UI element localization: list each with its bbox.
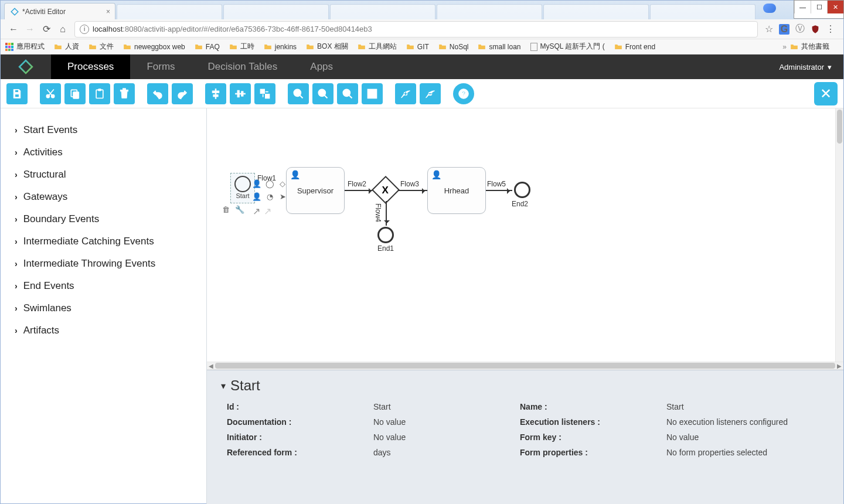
bookmark-item[interactable]: 文件: [89, 42, 114, 52]
translate-icon[interactable]: G: [779, 24, 789, 35]
horizontal-scrollbar[interactable]: ◀▶: [207, 362, 843, 370]
bookmark-item[interactable]: jenkins: [264, 43, 297, 51]
bookmark-item[interactable]: NoSql: [438, 43, 469, 51]
window-maximize-button[interactable]: ☐: [811, 1, 827, 13]
chrome-profile-icon[interactable]: [763, 4, 776, 13]
chrome-menu-icon[interactable]: ⋮: [826, 23, 835, 35]
svg-rect-17: [241, 91, 243, 96]
properties-title[interactable]: ▾ Start: [221, 377, 829, 394]
task-supervisor[interactable]: 👤 Supervisor: [286, 167, 345, 214]
property-value[interactable]: No form properties selected: [666, 448, 813, 457]
app-tab-decision-tables[interactable]: Decision Tables: [192, 55, 294, 79]
palette-group-boundary-events[interactable]: ›Boundary Events: [1, 208, 206, 230]
diagram-canvas[interactable]: Start 🗑 🔧 ↗↗ 👤 ◯ ◇ 👤 ◔ ➤ Flow1 👤: [207, 108, 843, 362]
browser-tab-active[interactable]: *Activiti Editor ×: [4, 3, 115, 19]
palette-group-gateways[interactable]: ›Gateways: [1, 186, 206, 208]
end-event-1[interactable]: [377, 227, 394, 243]
wrench-icon[interactable]: 🔧: [235, 205, 244, 214]
app-tab-forms[interactable]: Forms: [130, 55, 191, 79]
bookmark-item[interactable]: GIT: [406, 43, 429, 51]
browser-tab-ghost[interactable]: [223, 4, 329, 19]
sequence-flow[interactable]: [486, 190, 512, 191]
back-button[interactable]: ←: [5, 21, 22, 38]
bookmark-item[interactable]: 人資: [54, 42, 79, 52]
vertical-scrollbar[interactable]: [835, 108, 843, 362]
browser-tab-ghost[interactable]: [330, 4, 435, 19]
bookmark-item[interactable]: 工時: [229, 42, 254, 52]
collapse-icon[interactable]: ▾: [221, 380, 226, 391]
ublock-icon[interactable]: [811, 25, 820, 34]
paste-button[interactable]: [89, 83, 110, 104]
zoom-actual-button[interactable]: [337, 83, 358, 104]
undo-button[interactable]: [147, 83, 168, 104]
palette-group-end-events[interactable]: ›End Events: [1, 275, 206, 297]
bendpoint-remove-button[interactable]: [420, 83, 441, 104]
timer-hint-icon[interactable]: ◔: [264, 190, 275, 202]
property-value[interactable]: days: [373, 448, 520, 457]
browser-tab-ghost[interactable]: [650, 4, 755, 19]
zoom-in-button[interactable]: [288, 83, 309, 104]
window-close-button[interactable]: ✕: [827, 1, 843, 13]
close-tab-icon[interactable]: ×: [106, 8, 110, 16]
bookmark-item[interactable]: MySQL 超新手入門 (: [530, 42, 605, 52]
site-info-icon[interactable]: i: [80, 25, 89, 34]
app-tab-processes[interactable]: Processes: [51, 55, 130, 79]
sequence-flow[interactable]: [345, 190, 374, 191]
user-hint-icon[interactable]: 👤: [251, 190, 263, 202]
connection-hint-icons[interactable]: ↗↗: [253, 206, 271, 217]
help-button[interactable]: ?: [453, 83, 474, 104]
url-input[interactable]: i localhost:8080/activiti-app/editor/#/e…: [74, 21, 758, 38]
exclusive-gateway[interactable]: X: [372, 176, 400, 204]
palette-group-artifacts[interactable]: ›Artifacts: [1, 319, 206, 342]
extension-icon[interactable]: Ⓥ: [795, 23, 805, 35]
browser-tab-ghost[interactable]: [543, 4, 649, 19]
task-hrhead[interactable]: 👤 Hrhead: [427, 167, 486, 214]
align-v-button[interactable]: [205, 83, 226, 104]
palette-group-structural[interactable]: ›Structural: [1, 164, 206, 186]
property-value[interactable]: No value: [666, 433, 813, 442]
palette-group-start-events[interactable]: ›Start Events: [1, 119, 206, 141]
sequence-flow[interactable]: [398, 190, 427, 191]
bookmark-item[interactable]: Front end: [614, 43, 655, 51]
bookmark-item[interactable]: small loan: [478, 43, 520, 51]
same-size-button[interactable]: [254, 83, 275, 104]
user-menu[interactable]: Administrator ▾: [779, 55, 843, 79]
bookmark-item[interactable]: 工具網站: [358, 42, 397, 52]
zoom-out-button[interactable]: [312, 83, 333, 104]
close-editor-button[interactable]: ✕: [814, 82, 838, 105]
palette-group-swimlanes[interactable]: ›Swimlanes: [1, 297, 206, 319]
home-button[interactable]: ⌂: [55, 21, 71, 38]
property-value[interactable]: Start: [666, 402, 813, 411]
copy-button[interactable]: [64, 83, 86, 104]
bookmark-other-folder[interactable]: 其他書籤: [790, 42, 829, 52]
property-value[interactable]: No value: [373, 417, 520, 427]
align-h-button[interactable]: [230, 83, 251, 104]
end-event-2[interactable]: [514, 182, 530, 198]
bendpoint-add-button[interactable]: [395, 83, 416, 104]
palette-group-activities[interactable]: ›Activities: [1, 141, 206, 164]
save-button[interactable]: [6, 83, 28, 104]
bookmark-item[interactable]: FAQ: [195, 43, 220, 51]
app-tab-apps[interactable]: Apps: [294, 55, 349, 79]
reload-button[interactable]: ⟳: [38, 21, 55, 38]
property-value[interactable]: No value: [373, 433, 520, 442]
delete-button[interactable]: [114, 83, 135, 104]
delete-node-icon[interactable]: 🗑: [222, 205, 230, 214]
star-icon[interactable]: ☆: [765, 23, 773, 35]
palette-group-intermediate-throwing-events[interactable]: ›Intermediate Throwing Events: [1, 253, 206, 275]
bookmark-item[interactable]: BOX 相關: [306, 42, 348, 52]
bookmark-item[interactable]: neweggbox web: [123, 43, 185, 51]
property-value[interactable]: Start: [373, 402, 520, 411]
activiti-logo[interactable]: [1, 55, 51, 79]
browser-tab-ghost[interactable]: [117, 4, 222, 19]
sequence-flow[interactable]: [386, 201, 387, 226]
bookmark-item[interactable]: 應用程式: [5, 42, 45, 52]
palette-group-intermediate-catching-events[interactable]: ›Intermediate Catching Events: [1, 230, 206, 253]
redo-button[interactable]: [172, 83, 193, 104]
zoom-fit-button[interactable]: [362, 83, 383, 104]
cut-button[interactable]: [40, 83, 61, 104]
property-value[interactable]: No execution listeners configured: [666, 417, 813, 427]
browser-tab-ghost[interactable]: [437, 4, 542, 19]
window-minimize-button[interactable]: —: [794, 1, 811, 13]
bookmark-overflow-chevron[interactable]: »: [782, 43, 787, 51]
